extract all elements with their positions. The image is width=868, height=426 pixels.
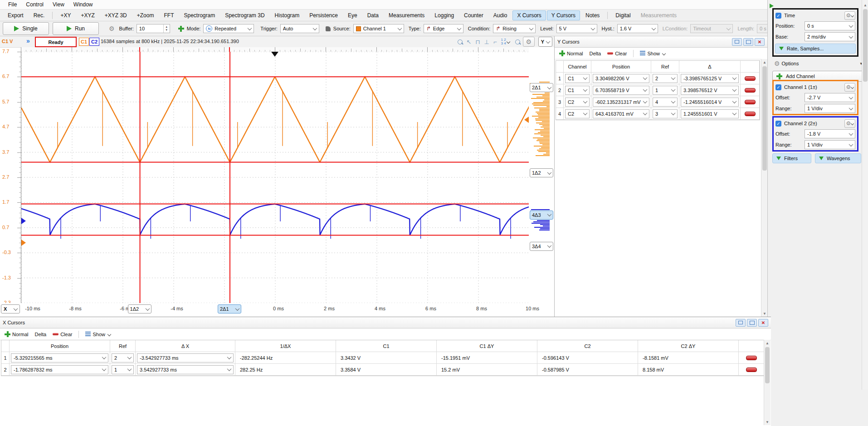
channel1-checkbox[interactable]: ✓ — [775, 84, 781, 90]
tab-notes[interactable]: Notes — [581, 10, 604, 20]
y-cursor-4-position[interactable]: 643.4163701 mV — [593, 109, 649, 118]
tab-eye[interactable]: Eye — [343, 10, 362, 20]
y-cursor-3-channel[interactable]: C2 — [565, 98, 590, 107]
h-measure-tool-icon[interactable]: ⊓ — [475, 39, 480, 45]
y-cursor-1-delta[interactable]: -3.3985765125 V — [681, 74, 739, 83]
add-delta-cursor-button[interactable]: Delta — [33, 331, 48, 338]
x-cursor-2-ref[interactable]: 1 — [112, 365, 134, 374]
y-cursor-flag-3-4[interactable]: 3Δ4 — [530, 242, 553, 251]
tab-export[interactable]: Export — [3, 10, 28, 20]
trigger-position-marker[interactable] — [271, 52, 278, 57]
waveform-plot[interactable] — [21, 52, 530, 304]
remove-cursor-button[interactable] — [745, 100, 756, 104]
clear-cursors-button[interactable]: Clear — [605, 50, 629, 57]
chevron-down-icon[interactable] — [506, 40, 510, 44]
time-settings-button[interactable]: ⚙ — [844, 11, 855, 20]
close-icon[interactable]: ✕ — [755, 38, 765, 46]
time-base-dropdown[interactable]: 2 ms/div — [805, 32, 855, 41]
time-position-dropdown[interactable]: 0 s — [805, 21, 855, 30]
channel2-range-dropdown[interactable]: 1 V/div — [805, 140, 855, 149]
y-cursor-3-delta[interactable]: -1.2455516014 V — [681, 98, 739, 107]
x-axis-button[interactable]: X — [1, 304, 20, 313]
tab-fft[interactable]: FFT — [159, 10, 178, 20]
add-normal-cursor-button[interactable]: Normal — [557, 49, 585, 57]
c2-reference-marker[interactable] — [21, 218, 26, 224]
remove-cursor-button[interactable] — [745, 112, 756, 116]
y-cursor-flag-2-1[interactable]: 2Δ1 — [530, 83, 553, 92]
menu-file[interactable]: File — [4, 0, 21, 9]
maximize-window-icon[interactable] — [747, 319, 757, 327]
remove-cursor-button[interactable] — [746, 356, 757, 360]
show-menu-button[interactable]: Show — [638, 50, 667, 57]
tab-audio[interactable]: Audio — [489, 10, 512, 20]
time-checkbox[interactable]: ✓ — [775, 13, 781, 19]
mode-plus-icon[interactable] — [178, 26, 184, 32]
step-measure-tool-icon[interactable]: ⌐ — [493, 39, 497, 45]
c2-badge[interactable]: C2 — [89, 38, 99, 46]
x-cursor-1-delta-x[interactable]: -3.542927733 ms — [137, 353, 234, 362]
tab-data[interactable]: Data — [363, 10, 383, 20]
add-delta-cursor-button[interactable]: Delta — [587, 50, 603, 57]
condition-dropdown[interactable]: ↱Rising — [493, 24, 536, 33]
channel1-offset-dropdown[interactable]: -2.7 V — [805, 93, 855, 102]
zoom-settings-icon[interactable] — [515, 39, 520, 44]
close-icon[interactable]: ✕ — [758, 319, 768, 327]
x-cursor-1-ref[interactable]: 2 — [112, 353, 134, 362]
show-menu-button[interactable]: Show — [83, 331, 112, 338]
y-cursor-1-position[interactable]: 3.304982206 V — [593, 74, 649, 83]
quad-view-icon[interactable]: 1 23 4 — [501, 38, 506, 45]
c1-badge[interactable]: C1 — [79, 38, 89, 46]
c1-reference-marker[interactable] — [21, 240, 26, 246]
tab-persistence[interactable]: Persistence — [305, 10, 342, 20]
y-cursors-scrollbar[interactable]: ▲ ▼ — [761, 59, 768, 317]
y-cursor-flag-1-2[interactable]: 1Δ2 — [530, 168, 553, 177]
tab-spectrogram-3d[interactable]: Spectrogram 3D — [220, 10, 269, 20]
y-axis-button[interactable]: Y — [538, 37, 552, 47]
buffer-spinner[interactable]: 10 ▲▼ — [137, 24, 170, 33]
run-button[interactable]: Run — [53, 22, 99, 35]
y-cursor-1-ref[interactable]: 2 — [653, 74, 678, 83]
expand-arrow-icon[interactable]: » — [26, 38, 30, 44]
x-cursor-flag-1-2[interactable]: 1Δ2 — [128, 304, 151, 313]
level-dropdown[interactable]: 5 V — [556, 24, 597, 33]
tab-zoom[interactable]: +Zoom — [132, 10, 159, 20]
mode-dropdown[interactable]: NRepeated — [203, 24, 254, 33]
x-cursor-2-position[interactable]: -1.786287832 ms — [11, 365, 108, 374]
y-cursor-4-ref[interactable]: 3 — [653, 109, 678, 118]
trigger-dropdown[interactable]: Auto — [280, 24, 319, 33]
remove-cursor-button[interactable] — [745, 88, 756, 93]
trigger-level-marker[interactable] — [524, 117, 529, 123]
zoom-tool-icon[interactable] — [458, 39, 463, 44]
y-cursor-4-channel[interactable]: C2 — [565, 109, 590, 118]
y-cursor-flag-4-3[interactable]: 4Δ3 — [530, 211, 553, 220]
menu-window[interactable]: Window — [69, 0, 98, 9]
type-dropdown[interactable]: ↱Edge — [424, 24, 463, 33]
x-cursor-flag-2-1[interactable]: 2Δ1 — [218, 304, 241, 313]
clear-cursors-button[interactable]: Clear — [51, 331, 74, 338]
remove-cursor-button[interactable] — [746, 367, 757, 372]
spinner-arrows-icon[interactable]: ▲▼ — [163, 24, 170, 33]
menu-view[interactable]: View — [48, 0, 69, 9]
x-cursors-scrollbar[interactable]: ▲ ▼ — [764, 340, 770, 425]
add-normal-cursor-button[interactable]: Normal — [3, 330, 30, 338]
y-cursor-1-channel[interactable]: C1 — [565, 74, 590, 83]
channel2-offset-dropdown[interactable]: -1.8 V — [805, 129, 855, 138]
tab-xy[interactable]: +XY — [56, 10, 75, 20]
source-dropdown[interactable]: Channel 1 — [353, 24, 404, 33]
pointer-tool-icon[interactable]: ↖ — [467, 39, 472, 45]
tab-histogram[interactable]: Histogram — [270, 10, 304, 20]
channel1-settings-button[interactable]: ⚙ — [844, 83, 855, 92]
y-cursor-3-position[interactable]: -602.135231317 mV — [593, 98, 649, 107]
rate-samples-button[interactable]: Rate, Samples... — [775, 44, 856, 54]
x-cursor-2-delta-x[interactable]: 3.542927733 ms — [137, 365, 234, 374]
menu-control[interactable]: Control — [21, 0, 48, 9]
channel1-range-dropdown[interactable]: 1 V/div — [805, 104, 855, 113]
tab-counter[interactable]: Counter — [459, 10, 488, 20]
v-measure-tool-icon[interactable]: ⊥ — [484, 39, 489, 45]
y-cursor-3-ref[interactable]: 4 — [653, 98, 678, 107]
channel2-settings-button[interactable]: ⚙ — [844, 119, 855, 128]
channel2-checkbox[interactable]: ✓ — [775, 121, 781, 127]
filters-button[interactable]: Filters — [772, 153, 811, 163]
control-panel-scrollbar[interactable]: ▲ — [862, 0, 868, 390]
tab-rec[interactable]: Rec. — [29, 10, 49, 20]
